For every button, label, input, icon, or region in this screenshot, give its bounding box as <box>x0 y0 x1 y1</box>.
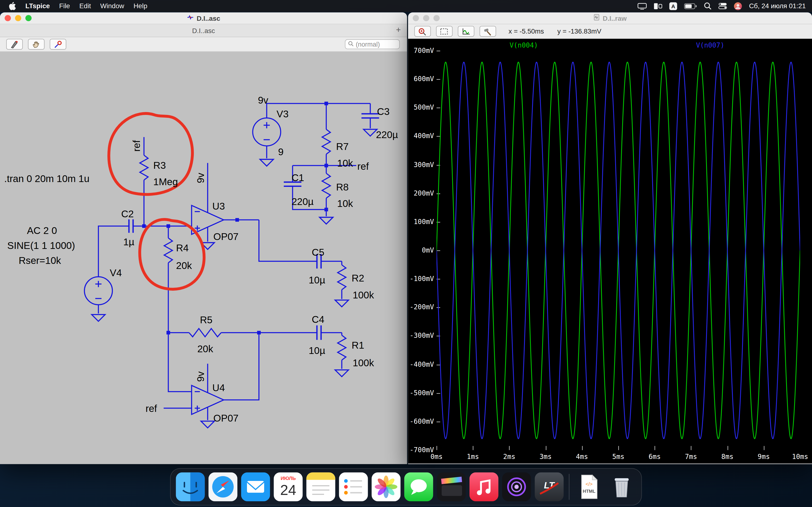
menu-bar-status: A Сб, 24 июля 01:21 <box>638 2 812 10</box>
tiles-icon[interactable] <box>654 2 662 10</box>
zoom-button[interactable] <box>434 15 440 21</box>
trace-legend-1[interactable]: V(n004) <box>510 41 538 49</box>
schematic-label[interactable]: R7 <box>336 141 349 152</box>
dock-item-reminders[interactable] <box>339 472 368 501</box>
dock-item-calendar[interactable]: ИЮЛЬ24 <box>274 472 303 501</box>
keyboard-layout-icon[interactable]: A <box>669 2 677 10</box>
dock-item-photos[interactable] <box>372 472 401 501</box>
schematic-label[interactable]: 100k <box>353 357 374 369</box>
schematic-label[interactable]: 1Meg <box>153 176 178 187</box>
dock-item-mail[interactable] <box>241 472 270 501</box>
schematic-label[interactable]: 9v <box>258 95 268 106</box>
schematic-canvas[interactable]: .tran 0 20m 10m 1uAC 2 0SINE(1 1 1000)Rs… <box>0 52 407 464</box>
schematic-label[interactable]: 10k <box>337 158 353 169</box>
display-icon[interactable] <box>638 2 647 10</box>
schematic-label[interactable]: C2 <box>121 208 134 219</box>
apple-menu-icon[interactable] <box>8 1 16 10</box>
dock-item-finder[interactable] <box>176 472 205 501</box>
menu-item-help[interactable]: Help <box>134 2 147 10</box>
cursor-x-value: x = -5.50ms <box>508 27 544 35</box>
schematic-label[interactable]: 20k <box>176 260 192 271</box>
schematic-label[interactable]: U3 <box>212 201 225 212</box>
schematic-label[interactable]: 220µ <box>376 129 398 140</box>
hand-tool-button[interactable] <box>28 39 45 50</box>
control-panel-icon[interactable] <box>479 26 496 37</box>
minimize-button[interactable] <box>423 15 429 21</box>
control-center-icon[interactable] <box>718 3 727 9</box>
minimize-button[interactable] <box>15 15 21 21</box>
schematic-label[interactable]: C3 <box>377 106 390 117</box>
schematic-label[interactable]: V4 <box>110 267 122 278</box>
schematic-label[interactable]: ref <box>357 161 369 172</box>
menu-app-name[interactable]: LTspice <box>26 2 50 10</box>
new-tab-button[interactable]: + <box>396 25 401 35</box>
tab-schematic[interactable]: D.I..asc <box>192 26 215 34</box>
schematic-label[interactable]: 10µ <box>309 345 325 356</box>
spotlight-icon[interactable] <box>704 2 712 10</box>
schematic-label[interactable]: 9 <box>278 146 284 157</box>
schematic-label[interactable]: OP07 <box>213 412 239 424</box>
menu-clock[interactable]: Сб, 24 июля 01:21 <box>749 2 806 10</box>
schematic-label[interactable]: SINE(1 1 1000) <box>7 240 75 251</box>
schematic-label[interactable]: Rser=10k <box>18 255 61 266</box>
dock-item-notes[interactable] <box>306 472 336 501</box>
schematic-label[interactable]: 10µ <box>309 275 325 286</box>
schematic-label[interactable]: 10k <box>337 198 353 209</box>
x-axis-label: 6ms <box>649 453 661 460</box>
schematic-label[interactable]: V3 <box>276 108 289 119</box>
dock-item-messages[interactable] <box>404 472 433 501</box>
x-axis-label: 2ms <box>503 453 515 460</box>
schematic-label[interactable]: R5 <box>200 314 212 326</box>
schematic-label[interactable]: R2 <box>352 273 364 284</box>
dock-item-safari[interactable] <box>209 472 238 501</box>
schematic-label[interactable]: 9v <box>195 173 206 183</box>
zoom-button[interactable] <box>26 15 32 21</box>
autoscale-icon[interactable] <box>458 26 474 37</box>
schematic-label[interactable]: .tran 0 20m 10m 1u <box>4 173 89 184</box>
ground-symbols <box>92 129 377 428</box>
waveform-plot[interactable]: V(n004)V(n007) 700mV600mV500mV400mV300mV… <box>408 39 812 463</box>
zoom-button-tool[interactable] <box>414 26 431 37</box>
trace-legend-2[interactable]: V(n007) <box>696 41 724 49</box>
schematic-label[interactable]: C5 <box>312 247 324 258</box>
cutter-tool-button[interactable] <box>6 39 23 50</box>
menu-item-file[interactable]: File <box>59 2 70 10</box>
dock-item-music[interactable] <box>469 472 498 501</box>
schematic-label[interactable]: R4 <box>176 242 189 253</box>
podcasts-icon <box>502 472 531 501</box>
battery-icon[interactable] <box>684 3 698 9</box>
schematic-label[interactable]: OP07 <box>213 231 239 242</box>
dock-item-html-file[interactable]: </>HTML <box>575 472 604 501</box>
dock-item-clapperboard[interactable] <box>437 472 466 501</box>
schematic-label[interactable]: 20k <box>197 343 213 354</box>
schematic-label[interactable]: U4 <box>212 382 225 393</box>
probe-tool-button[interactable] <box>50 39 66 50</box>
schematic-label[interactable]: 1µ <box>123 236 134 247</box>
zoom-box-icon[interactable] <box>436 26 453 37</box>
schematic-label[interactable]: C1 <box>292 172 304 183</box>
schematic-label[interactable]: 9v <box>195 371 206 382</box>
schematic-label[interactable]: AC 2 0 <box>27 225 57 236</box>
dock-item-ltspice[interactable]: LT <box>535 472 564 501</box>
resistors[interactable] <box>140 129 346 360</box>
menu-item-window[interactable]: Window <box>100 2 124 10</box>
menu-item-edit[interactable]: Edit <box>79 2 91 10</box>
close-button[interactable] <box>413 15 419 21</box>
y-axis-label: -600mV <box>409 417 434 425</box>
capacitor-c2 <box>129 219 133 233</box>
schematic-label[interactable]: 220µ <box>292 196 313 207</box>
schematic-label[interactable]: R8 <box>336 181 349 193</box>
schematic-label[interactable]: ref <box>131 140 142 152</box>
trace-canvas[interactable] <box>437 51 800 450</box>
search-input[interactable]: (normal) <box>345 39 400 49</box>
schematic-label[interactable]: ref <box>146 403 157 414</box>
user-avatar[interactable] <box>734 2 742 10</box>
schematic-label[interactable]: 100k <box>353 289 374 300</box>
schematic-label[interactable]: C4 <box>312 314 324 325</box>
schematic-label[interactable]: R1 <box>352 340 364 351</box>
schematic-label[interactable]: R3 <box>153 160 166 171</box>
close-button[interactable] <box>5 15 11 21</box>
schematic-drawing[interactable]: .tran 0 20m 10m 1uAC 2 0SINE(1 1 1000)Rs… <box>0 52 407 464</box>
dock-item-podcasts[interactable] <box>502 472 531 501</box>
dock-item-trash[interactable] <box>607 472 636 501</box>
